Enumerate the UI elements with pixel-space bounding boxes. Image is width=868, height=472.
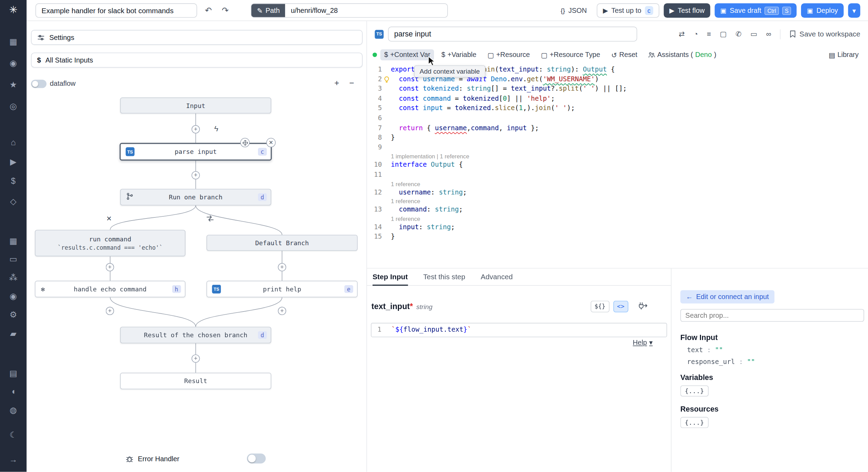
windmill-logo-icon[interactable]: ✳ (0, 6, 27, 15)
add-step-icon[interactable]: + (278, 307, 286, 315)
audit-logs-icon[interactable]: ◉ (0, 292, 27, 301)
remove-branch-icon[interactable]: ✕ (106, 215, 112, 223)
history-icon[interactable]: ≡ (707, 30, 711, 38)
node-default-branch[interactable]: Default Branch (207, 235, 358, 251)
community-icon[interactable]: ◖ (0, 387, 27, 396)
add-step-icon[interactable]: + (106, 307, 114, 315)
add-context-var-button[interactable]: $ +Context Var (380, 49, 434, 60)
assistants-button[interactable]: Assistants (Deno) (644, 49, 720, 60)
groups-icon[interactable]: ⁂ (0, 273, 27, 282)
code-line[interactable]: 5 const input = tokenized.slice(1,).join… (367, 104, 868, 114)
code-line[interactable]: 10interface Output { (367, 160, 868, 170)
vim-mode-icon[interactable]: ∞ (766, 30, 771, 38)
codelens[interactable]: 1 reference (391, 215, 868, 222)
add-resource-type-button[interactable]: ▢ +Resource Type (537, 49, 604, 60)
expand-sidebar-icon[interactable]: → (0, 455, 27, 464)
codelens[interactable]: 1 implementation | 1 reference (391, 152, 868, 160)
resources-object-chip[interactable]: {...} (681, 417, 709, 428)
node-branch-result[interactable]: Result of the chosen branch d (120, 327, 271, 343)
node-print-help[interactable]: TS print help e (207, 281, 358, 297)
github-icon[interactable]: ◍ (0, 406, 27, 415)
dark-mode-icon[interactable]: ☾ (0, 430, 27, 439)
add-step-icon[interactable]: + (192, 125, 200, 133)
metrics-icon[interactable]: ◔ (694, 30, 698, 38)
deploy-options-button[interactable]: ▾ (848, 3, 860, 18)
add-step-icon[interactable]: + (192, 354, 200, 363)
code-line[interactable]: 1`${flow_input.text}` (372, 325, 667, 335)
code-editor[interactable]: 1export async function main(text_input: … (367, 65, 868, 242)
resources-icon[interactable]: ◇ (0, 197, 27, 206)
deploy-button[interactable]: ▣ Deploy (801, 3, 844, 18)
code-line[interactable]: 9 (367, 143, 868, 152)
code-line[interactable]: 14 input: string; (367, 223, 868, 232)
test-up-to-button[interactable]: ▶ Test up to c (597, 3, 659, 18)
tab-step-input[interactable]: Step Input (373, 268, 408, 285)
add-step-icon[interactable]: + (278, 263, 286, 271)
code-line[interactable]: 6 (367, 114, 868, 123)
users-icon[interactable]: ◎ (0, 102, 27, 111)
node-run-one-branch[interactable]: Run one branch d (120, 189, 271, 206)
docs-icon[interactable]: ▤ (0, 369, 27, 378)
add-step-icon[interactable]: + (192, 171, 200, 180)
add-variable-button[interactable]: $ +Variable (437, 49, 480, 60)
reset-button[interactable]: ↺ Reset (607, 49, 641, 60)
variables-object-chip[interactable]: {...} (681, 386, 709, 397)
code-line[interactable]: 12 username: string; (367, 188, 868, 197)
path-widget[interactable]: ✎ Path u/henri/flow_28 (251, 3, 448, 18)
node-handle-echo-command[interactable]: ✻ handle echo command h (35, 281, 185, 297)
runs-icon[interactable]: ▶ (0, 157, 27, 166)
trigger-icon[interactable]: ϟ (214, 125, 218, 132)
prop-row-text[interactable]: text : "" (687, 346, 723, 354)
apps-icon[interactable]: ▦ (0, 37, 27, 46)
node-parse-input[interactable]: TS parse input c (119, 143, 272, 160)
save-draft-button[interactable]: ▣ Save draft Ctrl S (715, 3, 797, 18)
code-line[interactable]: 8} (367, 133, 868, 143)
prop-row-response-url[interactable]: response_url : "" (687, 358, 755, 365)
code-mode-chip[interactable]: <> (613, 301, 628, 312)
save-to-workspace-button[interactable]: Save to workspace (790, 30, 860, 38)
step-name-input[interactable] (388, 27, 637, 42)
folders-icon[interactable]: ▭ (0, 255, 27, 264)
workers-icon[interactable]: ▰ (0, 330, 27, 339)
flow-summary-input[interactable]: Example handler for slack bot commands (35, 3, 197, 18)
tab-test-this-step[interactable]: Test this step (423, 268, 465, 285)
call-icon[interactable]: ✆ (735, 30, 741, 38)
search-prop-input[interactable] (681, 309, 864, 322)
tab-advanced[interactable]: Advanced (481, 268, 513, 285)
library-button[interactable]: ▤ Library (825, 49, 862, 60)
codelens[interactable]: 1 reference (391, 180, 868, 187)
shortcuts-icon[interactable]: ▭ (750, 30, 757, 38)
plug-input-icon[interactable] (638, 301, 648, 312)
workspace-settings-icon[interactable]: ⚙ (0, 310, 27, 319)
fullscreen-icon[interactable]: ▢ (720, 30, 727, 38)
template-mode-chip[interactable]: ${} (591, 301, 609, 312)
move-node-icon[interactable] (240, 138, 250, 147)
swap-branch-icon[interactable] (207, 215, 214, 223)
path-input[interactable]: u/henri/flow_28 (285, 4, 448, 17)
test-flow-button[interactable]: ▶ Test flow (664, 3, 710, 18)
json-toggle-button[interactable]: {} JSON (555, 3, 592, 18)
code-line[interactable]: 11 (367, 170, 868, 180)
variables-icon[interactable]: $ (0, 177, 27, 186)
redo-button[interactable]: ↷ (219, 6, 231, 16)
codelens[interactable]: 1 reference (391, 197, 868, 205)
add-step-icon[interactable]: + (106, 263, 114, 271)
code-line[interactable]: 3 const tokenized: string[] = text_input… (367, 84, 868, 94)
schedules-icon[interactable]: ▦ (0, 237, 27, 246)
undo-button[interactable]: ↶ (203, 6, 214, 16)
code-line[interactable]: 13 command: string; (367, 205, 868, 215)
favorites-icon[interactable]: ★ (0, 80, 27, 89)
node-result[interactable]: Result (120, 373, 271, 389)
delete-node-icon[interactable]: ✕ (266, 138, 276, 147)
add-resource-button[interactable]: ▢ +Resource (484, 49, 534, 60)
code-line[interactable]: 7 return { username,command, input }; (367, 123, 868, 133)
expression-editor[interactable]: 1`${flow_input.text}` (371, 323, 667, 337)
help-link[interactable]: Help ▾ (633, 338, 652, 347)
user-icon[interactable]: ◉ (0, 59, 27, 68)
code-line[interactable]: 4 const command = tokenized[0] || 'help'… (367, 94, 868, 104)
node-run-command-branch[interactable]: run command `results.c.command === 'echo… (35, 230, 185, 257)
node-input[interactable]: Input (120, 98, 271, 114)
sync-icon[interactable]: ⇄ (679, 30, 685, 38)
home-icon[interactable]: ⌂ (0, 138, 27, 147)
code-line[interactable]: 15} (367, 232, 868, 242)
